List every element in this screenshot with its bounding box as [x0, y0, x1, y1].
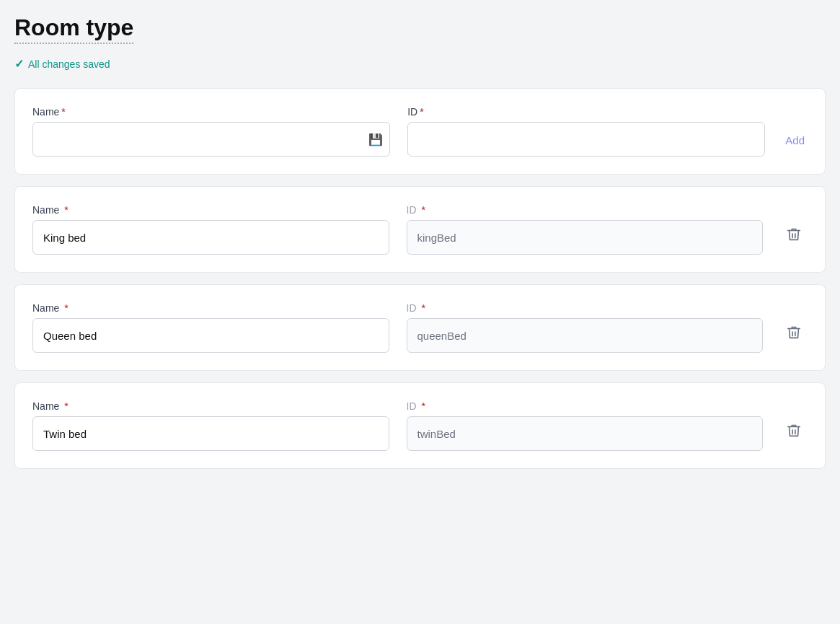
- save-status: ✓ All changes saved: [14, 57, 826, 71]
- new-id-input[interactable]: [407, 122, 765, 157]
- new-name-input-wrapper: 💾: [32, 122, 390, 157]
- add-button[interactable]: Add: [782, 127, 808, 154]
- trash-icon-0: [786, 227, 802, 242]
- delete-button-1[interactable]: [780, 319, 808, 350]
- name-input-0[interactable]: [32, 220, 389, 255]
- id-label-2: ID *: [407, 400, 764, 412]
- room-type-card-2: Name * ID *: [14, 382, 826, 469]
- new-name-label: Name*: [32, 106, 390, 118]
- id-label-1: ID *: [407, 302, 764, 314]
- new-entry-card: Name* 💾 ID* Add: [14, 88, 826, 175]
- delete-button-0[interactable]: [780, 221, 808, 252]
- name-label-2: Name *: [32, 400, 389, 412]
- name-field-group-0: Name *: [32, 204, 389, 255]
- trash-icon-2: [786, 423, 802, 439]
- room-type-card-0: Name * ID *: [14, 186, 826, 273]
- name-field-group-2: Name *: [32, 400, 389, 451]
- room-type-card-1: Name * ID *: [14, 284, 826, 371]
- id-field-group-2: ID *: [407, 400, 764, 451]
- id-input-2[interactable]: [407, 416, 764, 451]
- delete-button-2[interactable]: [780, 417, 808, 448]
- save-icon: 💾: [368, 133, 383, 146]
- name-label-0: Name *: [32, 204, 389, 216]
- room-type-list: Name * ID *: [14, 186, 826, 469]
- trash-icon-1: [786, 325, 802, 340]
- new-id-label: ID*: [407, 106, 765, 118]
- name-input-1[interactable]: [32, 318, 389, 353]
- new-name-field-group: Name* 💾: [32, 106, 390, 157]
- name-label-1: Name *: [32, 302, 389, 314]
- new-id-field-group: ID*: [407, 106, 765, 157]
- name-input-2[interactable]: [32, 416, 389, 451]
- check-icon: ✓: [14, 57, 24, 71]
- name-field-group-1: Name *: [32, 302, 389, 353]
- save-status-text: All changes saved: [28, 58, 110, 70]
- id-field-group-1: ID *: [407, 302, 764, 353]
- id-input-0[interactable]: [407, 220, 764, 255]
- new-name-input[interactable]: [32, 122, 390, 157]
- page-title: Room type: [14, 14, 133, 44]
- id-input-1[interactable]: [407, 318, 764, 353]
- id-label-0: ID *: [407, 204, 764, 216]
- id-field-group-0: ID *: [407, 204, 764, 255]
